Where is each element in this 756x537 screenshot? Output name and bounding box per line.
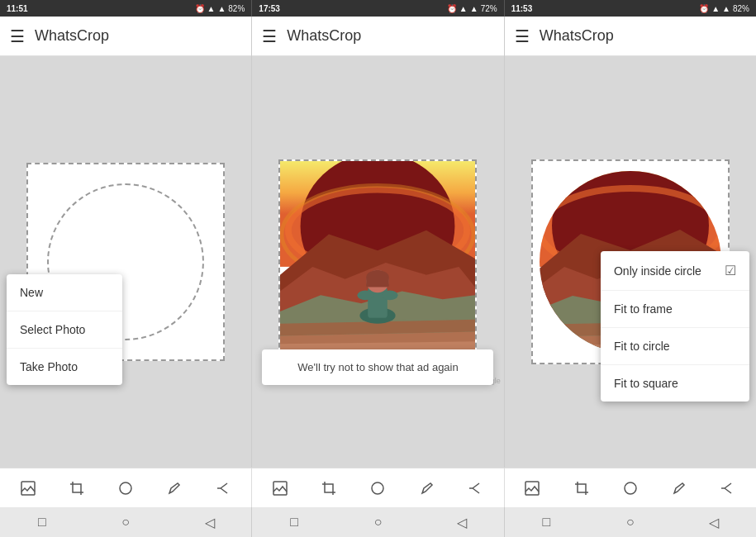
wifi-icon-3: ▲ xyxy=(722,4,730,13)
option-label-4: Fit to square xyxy=(614,377,678,390)
tool-circle-2[interactable] xyxy=(365,476,390,501)
svg-rect-14 xyxy=(367,278,390,288)
tool-crop-2[interactable] xyxy=(316,476,341,501)
time-2: 17:53 xyxy=(259,4,280,13)
bottom-toolbar-section-1 xyxy=(0,468,252,507)
nav-square-2[interactable]: □ xyxy=(284,512,304,532)
bottom-nav-section-3: □ ○ ◁ xyxy=(505,507,756,537)
landscape-image-2 xyxy=(280,161,475,363)
tool-pen-2[interactable] xyxy=(415,476,440,501)
battery-1: 82% xyxy=(228,4,245,13)
menu-icon-1[interactable]: ☰ xyxy=(10,26,25,46)
panels-wrapper: ☰ WhatsCrop New Select Photo Take Photo xyxy=(0,17,756,468)
wifi-icon-2: ▲ xyxy=(470,4,478,13)
alarm-icon-3: ⏰ xyxy=(699,4,709,13)
tool-pen-1[interactable] xyxy=(162,476,187,501)
option-label-2: Fit to frame xyxy=(614,302,673,316)
svg-point-34 xyxy=(120,482,131,494)
icons-3: ⏰ ▲ ▲ 82% xyxy=(699,4,749,13)
menu-item-select-photo[interactable]: Select Photo xyxy=(7,311,122,349)
panel-2: ☰ WhatsCrop xyxy=(252,17,504,468)
nav-circle-2[interactable]: ○ xyxy=(368,512,388,532)
nav-back-1[interactable]: ◁ xyxy=(200,512,220,532)
ad-notice[interactable]: We'll try not to show that ad again xyxy=(262,349,493,385)
wifi-icon-1: ▲ xyxy=(217,4,226,13)
tool-share-2[interactable] xyxy=(464,476,488,501)
alarm-icon-2: ⏰ xyxy=(447,4,457,13)
status-bars: 11:51 ⏰ ▲ ▲ 82% 17:53 ⏰ ▲ ▲ 72% 11:53 ⏰ … xyxy=(0,0,756,17)
canvas-1: New Select Photo Take Photo xyxy=(0,56,251,468)
bottom-nav: □ ○ ◁ □ ○ ◁ □ ○ ◁ xyxy=(0,507,756,537)
tool-pen-3[interactable] xyxy=(667,476,692,501)
tool-crop-1[interactable] xyxy=(64,476,89,501)
time-3: 11:53 xyxy=(511,4,533,13)
signal-icon-1: ▲ xyxy=(207,4,216,13)
tool-image-3[interactable] xyxy=(520,476,544,501)
outer-frame-2 xyxy=(278,159,477,364)
option-fit-to-frame[interactable]: Fit to frame xyxy=(601,291,749,328)
bottom-nav-section-1: □ ○ ◁ xyxy=(0,507,252,537)
status-bar-1: 11:51 ⏰ ▲ ▲ 82% xyxy=(0,0,252,17)
toolbar-3: ☰ WhatsCrop xyxy=(505,17,756,56)
canvas-3: Only inside circle ☑ Fit to frame Fit to… xyxy=(505,56,756,468)
menu-item-new[interactable]: New xyxy=(7,274,122,311)
menu-icon-3[interactable]: ☰ xyxy=(515,26,530,46)
tool-circle-1[interactable] xyxy=(113,476,138,501)
nav-back-2[interactable]: ◁ xyxy=(452,512,472,532)
menu-item-take-photo[interactable]: Take Photo xyxy=(7,349,122,385)
bottom-toolbar xyxy=(0,468,756,507)
app-title-3: WhatsCrop xyxy=(540,27,614,45)
tool-share-1[interactable] xyxy=(212,476,236,501)
signal-icon-2: ▲ xyxy=(459,4,468,13)
app-title-1: WhatsCrop xyxy=(35,27,109,45)
nav-square-3[interactable]: □ xyxy=(536,512,556,532)
option-label-1: Only inside circle xyxy=(614,264,701,278)
nav-square-1[interactable]: □ xyxy=(32,512,52,532)
tool-image-1[interactable] xyxy=(16,476,40,501)
app-title-2: WhatsCrop xyxy=(287,27,361,45)
canvas-2: We'll try not to show that ad again powe… xyxy=(252,56,503,468)
option-label-3: Fit to circle xyxy=(614,340,670,353)
bottom-toolbar-section-2 xyxy=(252,468,504,507)
battery-2: 72% xyxy=(481,4,497,13)
battery-3: 82% xyxy=(733,4,749,13)
check-icon-1: ☑ xyxy=(725,263,736,278)
svg-point-15 xyxy=(358,290,374,300)
icons-2: ⏰ ▲ ▲ 72% xyxy=(447,4,497,13)
panel-3: ☰ WhatsCrop xyxy=(505,17,756,468)
alarm-icon-1: ⏰ xyxy=(195,4,205,13)
context-menu: New Select Photo Take Photo xyxy=(7,274,122,385)
tool-circle-3[interactable] xyxy=(618,476,643,501)
tool-crop-3[interactable] xyxy=(569,476,594,501)
svg-point-36 xyxy=(372,482,383,494)
status-bar-3: 11:53 ⏰ ▲ ▲ 82% xyxy=(505,0,756,17)
svg-point-38 xyxy=(625,482,636,494)
time-1: 11:51 xyxy=(7,4,28,13)
svg-point-16 xyxy=(382,290,398,300)
tool-image-2[interactable] xyxy=(268,476,292,501)
bottom-nav-section-2: □ ○ ◁ xyxy=(252,507,504,537)
nav-circle-1[interactable]: ○ xyxy=(116,512,136,532)
icons-1: ⏰ ▲ ▲ 82% xyxy=(195,4,245,13)
toolbar-2: ☰ WhatsCrop xyxy=(252,17,503,56)
nav-circle-3[interactable]: ○ xyxy=(620,512,640,532)
ad-notice-text: We'll try not to show that ad again xyxy=(297,361,458,373)
signal-icon-3: ▲ xyxy=(711,4,720,13)
nav-back-3[interactable]: ◁ xyxy=(704,512,724,532)
option-fit-to-circle[interactable]: Fit to circle xyxy=(601,328,749,365)
panel-1: ☰ WhatsCrop New Select Photo Take Photo xyxy=(0,17,252,468)
option-only-inside-circle[interactable]: Only inside circle ☑ xyxy=(601,251,749,291)
option-fit-to-square[interactable]: Fit to square xyxy=(601,365,749,402)
status-bar-2: 17:53 ⏰ ▲ ▲ 72% xyxy=(252,0,504,17)
bottom-toolbar-section-3 xyxy=(505,468,756,507)
options-menu: Only inside circle ☑ Fit to frame Fit to… xyxy=(601,251,749,402)
menu-icon-2[interactable]: ☰ xyxy=(262,26,277,46)
toolbar-1: ☰ WhatsCrop xyxy=(0,17,251,56)
tool-share-3[interactable] xyxy=(716,476,740,501)
